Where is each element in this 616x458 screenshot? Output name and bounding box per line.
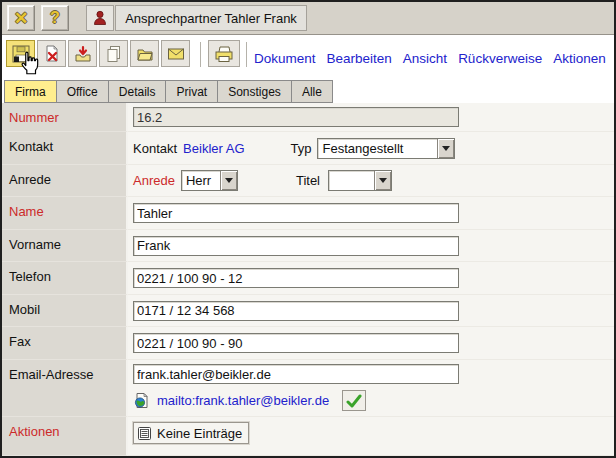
mail-icon bbox=[166, 44, 186, 64]
tab-label: Privat bbox=[176, 85, 207, 99]
anrede-selected-value: Herr bbox=[182, 171, 220, 190]
mail-button[interactable] bbox=[161, 40, 190, 67]
window-title-text: Ansprechpartner Tahler Frank bbox=[125, 11, 297, 26]
row-kontakt: Kontakt Kontakt Beikler AG Typ Festanges… bbox=[2, 132, 614, 165]
mobil-field[interactable] bbox=[133, 301, 459, 321]
tab-firma[interactable]: Firma bbox=[4, 80, 57, 103]
toolbar-separator bbox=[246, 42, 247, 67]
anrede-inline-label: Anrede bbox=[133, 173, 175, 188]
name-label: Name bbox=[2, 197, 128, 230]
keine-eintraege-label: Keine Einträge bbox=[157, 426, 242, 441]
toolbar-separator bbox=[200, 42, 201, 67]
anrede-select[interactable]: Herr bbox=[181, 170, 238, 191]
typ-selected-value: Festangestellt bbox=[318, 139, 437, 158]
tab-alle[interactable]: Alle bbox=[291, 80, 333, 103]
tab-label: Details bbox=[119, 85, 156, 99]
aktionen-label: Aktionen bbox=[2, 417, 128, 456]
chevron-down-icon[interactable] bbox=[437, 139, 454, 158]
keine-eintraege-button[interactable]: Keine Einträge bbox=[133, 422, 249, 444]
contact-person-icon bbox=[86, 5, 114, 31]
vorname-field[interactable] bbox=[133, 236, 459, 256]
row-email: Email-Adresse mailto:frank.tahler@beikle… bbox=[2, 360, 614, 417]
tab-details[interactable]: Details bbox=[108, 80, 167, 103]
tab-bar: Firma Office Details Privat Sonstiges Al… bbox=[4, 80, 332, 103]
mailto-line: mailto:frank.tahler@beikler.de bbox=[133, 390, 366, 411]
open-folder-icon bbox=[135, 44, 155, 64]
page-title: Ansprechpartner Tahler Frank bbox=[115, 5, 307, 31]
copy-icon bbox=[104, 44, 124, 64]
nummer-label: Nummer bbox=[2, 103, 128, 132]
titel-select[interactable] bbox=[328, 170, 392, 191]
email-label: Email-Adresse bbox=[2, 360, 128, 417]
row-mobil: Mobil bbox=[2, 295, 614, 327]
menu-item-bearbeiten[interactable]: Bearbeiten bbox=[327, 51, 392, 66]
row-vorname: Vorname bbox=[2, 230, 614, 262]
kontakt-inline-label: Kontakt bbox=[133, 141, 177, 156]
typ-select[interactable]: Festangestellt bbox=[317, 138, 455, 159]
check-icon bbox=[346, 394, 362, 408]
delete-document-icon bbox=[42, 44, 62, 64]
email-field[interactable] bbox=[133, 364, 459, 384]
open-folder-button[interactable] bbox=[130, 40, 159, 67]
anrede-label: Anrede bbox=[2, 165, 128, 197]
titlebar: ✕ ? Ansprechpartner Tahler Frank bbox=[2, 2, 614, 35]
titel-label: Titel bbox=[296, 173, 320, 188]
tab-label: Firma bbox=[15, 85, 46, 99]
contact-form: Nummer Kontakt Kontakt Beikler AG Typ Fe… bbox=[2, 103, 614, 456]
telefon-field[interactable] bbox=[133, 268, 459, 288]
print-button[interactable] bbox=[208, 40, 240, 67]
web-document-icon bbox=[133, 392, 150, 409]
close-button[interactable]: ✕ bbox=[7, 5, 35, 31]
typ-label: Typ bbox=[291, 141, 312, 156]
print-icon bbox=[213, 44, 235, 64]
save-icon bbox=[11, 44, 31, 64]
row-telefon: Telefon bbox=[2, 262, 614, 295]
row-nummer: Nummer bbox=[2, 103, 614, 132]
name-field[interactable] bbox=[133, 203, 459, 223]
menu-item-rueckverweise[interactable]: Rückverweise bbox=[458, 51, 542, 66]
help-icon: ? bbox=[50, 9, 60, 27]
menu-item-dokument[interactable]: Dokument bbox=[254, 51, 316, 66]
nummer-field[interactable] bbox=[133, 107, 459, 127]
verify-email-button[interactable] bbox=[342, 390, 366, 411]
menu-item-ansicht[interactable]: Ansicht bbox=[403, 51, 447, 66]
help-button[interactable]: ? bbox=[41, 5, 69, 31]
telefon-label: Telefon bbox=[2, 262, 128, 295]
mailto-link[interactable]: mailto:frank.tahler@beikler.de bbox=[157, 393, 329, 408]
import-icon bbox=[73, 44, 93, 64]
save-button[interactable] bbox=[6, 40, 35, 67]
menu-item-aktionen[interactable]: Aktionen bbox=[553, 51, 606, 66]
delete-document-button[interactable] bbox=[37, 40, 66, 67]
company-link[interactable]: Beikler AG bbox=[183, 141, 244, 156]
tab-label: Office bbox=[67, 85, 98, 99]
list-icon bbox=[137, 426, 152, 441]
person-icon bbox=[92, 10, 108, 26]
mobil-label: Mobil bbox=[2, 295, 128, 327]
row-name: Name bbox=[2, 197, 614, 230]
copy-button[interactable] bbox=[99, 40, 128, 67]
import-button[interactable] bbox=[68, 40, 97, 67]
chevron-down-icon[interactable] bbox=[374, 171, 391, 190]
tab-office[interactable]: Office bbox=[56, 80, 109, 103]
chevron-down-icon[interactable] bbox=[220, 171, 237, 190]
fax-label: Fax bbox=[2, 327, 128, 360]
tab-label: Sonstiges bbox=[228, 85, 281, 99]
application-window: ✕ ? Ansprechpartner Tahler Frank bbox=[0, 0, 616, 458]
close-icon: ✕ bbox=[14, 8, 28, 29]
fax-field[interactable] bbox=[133, 333, 459, 353]
tab-privat[interactable]: Privat bbox=[165, 80, 218, 103]
tab-sonstiges[interactable]: Sonstiges bbox=[217, 80, 292, 103]
row-aktionen: Aktionen Keine Einträge bbox=[2, 417, 614, 456]
kontakt-label: Kontakt bbox=[2, 132, 128, 165]
tab-label: Alle bbox=[302, 85, 322, 99]
vorname-label: Vorname bbox=[2, 230, 128, 262]
row-fax: Fax bbox=[2, 327, 614, 360]
toolbar: Dokument Bearbeiten Ansicht Rückverweise… bbox=[2, 36, 614, 80]
titel-selected-value bbox=[329, 171, 374, 190]
menubar: Dokument Bearbeiten Ansicht Rückverweise… bbox=[254, 36, 606, 80]
row-anrede: Anrede Anrede Herr Titel bbox=[2, 165, 614, 197]
